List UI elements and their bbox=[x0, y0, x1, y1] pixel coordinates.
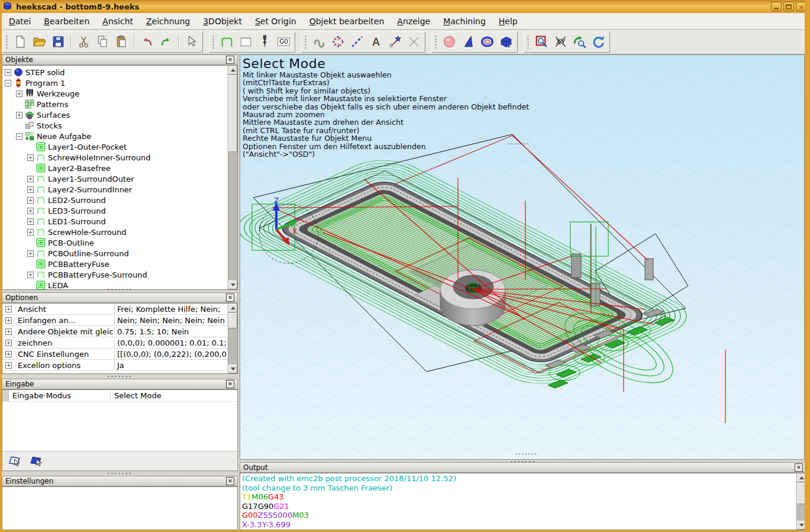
menu-item-help[interactable]: Help bbox=[492, 15, 524, 28]
menu-item-set-origin[interactable]: Set Origin bbox=[249, 15, 303, 28]
new-button[interactable] bbox=[11, 33, 29, 51]
toolbar-grip[interactable] bbox=[212, 34, 215, 50]
cross-button[interactable] bbox=[405, 33, 422, 51]
expand-icon[interactable]: + bbox=[27, 272, 34, 278]
menu-item-machining[interactable]: Machining bbox=[437, 15, 492, 28]
tree-item-layer1-surroundouter[interactable]: +Layer1-SurroundOuter bbox=[2, 173, 228, 184]
tree-item-layer2-basefree[interactable]: Layer2-Basefree bbox=[2, 163, 228, 173]
zoom-window-button[interactable] bbox=[533, 33, 550, 51]
open-button[interactable] bbox=[30, 33, 48, 51]
panel-eingabe-header[interactable]: Eingabe bbox=[2, 379, 238, 389]
option-value[interactable]: [[(0,0,0); (0,0,222); (0,200,0 bbox=[115, 350, 228, 359]
expand-icon[interactable]: + bbox=[27, 197, 34, 204]
expand-icon[interactable]: + bbox=[27, 154, 34, 161]
menu-item-ansicht[interactable]: Ansicht bbox=[96, 15, 140, 28]
collapse-icon[interactable]: − bbox=[16, 133, 22, 140]
menu-item-datei[interactable]: Datei bbox=[2, 15, 37, 28]
splitter-objekte-optionen[interactable] bbox=[2, 288, 238, 292]
rapid-g0-button[interactable]: G0 bbox=[275, 33, 292, 51]
expand-icon[interactable]: + bbox=[16, 91, 22, 97]
3d-viewport[interactable]: Z X Select Mode Mit linker Maustaste Obj… bbox=[240, 54, 805, 460]
input-mode-row[interactable]: Eingabe·Modus Select Mode bbox=[2, 390, 237, 402]
scroll-up-icon[interactable] bbox=[228, 304, 237, 312]
panel-output-close-icon[interactable] bbox=[795, 463, 803, 472]
option-row-cnc-einstellungen[interactable]: +CNC Einstellungen[[(0,0,0); (0,0,222); … bbox=[2, 349, 228, 360]
tree-item-werkzeuge[interactable]: +Werkzeuge bbox=[2, 88, 228, 99]
option-row-andere-objekte-mit-gleic[interactable]: +Andere Objekte mit gleic0.75; 1.5; 10; … bbox=[2, 326, 228, 337]
expand-icon[interactable]: + bbox=[5, 351, 12, 357]
menu-item-bearbeiten[interactable]: Bearbeiten bbox=[37, 15, 96, 28]
zoom-rotate-button[interactable] bbox=[570, 33, 588, 51]
expand-cell[interactable]: + bbox=[2, 317, 15, 324]
panel-optionen-header[interactable]: Optionen bbox=[2, 292, 238, 303]
profile-button[interactable] bbox=[218, 33, 235, 51]
title-bar[interactable]: heekscad - bottom8-9.heeks bbox=[0, 0, 810, 13]
option-row-einfangen-an[interactable]: +Einfangen an...Nein; Nein; Nein; Nein; … bbox=[2, 315, 228, 326]
collapse-icon[interactable]: − bbox=[5, 80, 11, 86]
pocket-button[interactable] bbox=[237, 33, 254, 51]
objekte-scrollbar[interactable] bbox=[228, 66, 237, 289]
expand-icon[interactable]: + bbox=[27, 176, 34, 182]
wand-button[interactable] bbox=[386, 33, 404, 51]
maximize-button[interactable] bbox=[783, 2, 794, 11]
expand-icon[interactable]: + bbox=[27, 208, 34, 214]
tree-item-screwhole-surround[interactable]: +ScrewHole-Surround bbox=[2, 227, 228, 237]
minimize-button[interactable] bbox=[771, 2, 782, 11]
expand-icon[interactable]: + bbox=[5, 328, 12, 335]
expand-icon[interactable]: + bbox=[5, 317, 12, 324]
menu-item-zeichnung[interactable]: Zeichnung bbox=[140, 15, 196, 28]
cone-button[interactable] bbox=[459, 33, 477, 51]
expand-icon[interactable]: + bbox=[5, 340, 12, 346]
save-button[interactable] bbox=[49, 33, 67, 51]
pattern-circular-button[interactable] bbox=[329, 33, 347, 51]
scroll-up-icon[interactable] bbox=[797, 473, 806, 482]
option-value[interactable]: (0,0,0); 0.000001; 0.01; 0.1; bbox=[115, 338, 228, 347]
expand-cell[interactable]: + bbox=[2, 306, 15, 312]
expand-cell[interactable]: + bbox=[2, 328, 15, 335]
tree-item-schrewholeinner-surround[interactable]: +SchrewHoleInner-Surround bbox=[2, 152, 228, 163]
drill-button[interactable] bbox=[256, 33, 273, 51]
gcode-output[interactable]: (Created with emc2b post processor 2018/… bbox=[240, 473, 796, 530]
copy-button[interactable] bbox=[93, 33, 111, 51]
sketch-curve-button[interactable] bbox=[310, 33, 328, 51]
expand-icon[interactable]: + bbox=[27, 229, 34, 236]
block-button[interactable] bbox=[497, 33, 515, 51]
expand-icon[interactable]: + bbox=[27, 186, 34, 193]
tree-item-pcbbatteryfuse[interactable]: PCBBatteryFuse bbox=[2, 259, 228, 269]
expand-icon[interactable]: + bbox=[27, 250, 34, 257]
expand-icon[interactable]: + bbox=[5, 362, 12, 369]
pick-button[interactable] bbox=[7, 453, 23, 469]
expand-icon[interactable]: + bbox=[27, 218, 34, 225]
panel-optionen-close-icon[interactable] bbox=[226, 294, 234, 302]
scroll-up-icon[interactable] bbox=[228, 66, 237, 75]
option-row-ansicht[interactable]: +AnsichtFrei; Komplette Hilfe; Nein; bbox=[2, 304, 228, 315]
menu-item-3dobjekt[interactable]: 3DObjekt bbox=[196, 15, 249, 28]
undo-button[interactable] bbox=[138, 33, 156, 51]
sketch-line-button[interactable] bbox=[348, 33, 366, 51]
option-value[interactable]: Ja bbox=[115, 361, 228, 370]
tree-item-surfaces[interactable]: +Surfaces bbox=[2, 109, 228, 120]
sphere-button[interactable] bbox=[440, 33, 458, 51]
expand-icon[interactable]: + bbox=[16, 112, 22, 118]
toolbar-grip[interactable] bbox=[527, 34, 530, 50]
expand-icon[interactable]: + bbox=[5, 306, 12, 312]
expand-cell[interactable]: + bbox=[2, 362, 15, 369]
option-row-excellon-options[interactable]: +Excellon optionsJa bbox=[2, 360, 228, 371]
scroll-down-icon[interactable] bbox=[797, 521, 806, 530]
paste-button[interactable] bbox=[112, 33, 130, 51]
redraw-button[interactable] bbox=[589, 33, 607, 51]
torus-button[interactable] bbox=[478, 33, 496, 51]
optionen-scrollbar[interactable] bbox=[228, 304, 237, 373]
scroll-thumb[interactable] bbox=[228, 75, 237, 152]
tree-item-program-1[interactable]: −Program 1 bbox=[2, 78, 228, 88]
panel-einstellungen-header[interactable]: Einstellungen bbox=[2, 476, 238, 486]
menu-item-objekt-bearbeiten[interactable]: Objekt bearbeiten bbox=[303, 15, 391, 28]
tree-item-led2-surround[interactable]: +LED2-Surround bbox=[2, 195, 228, 205]
tree-item-layer1-outer-pocket[interactable]: Layer1-Outer-Pocket bbox=[2, 141, 228, 152]
cut-button[interactable] bbox=[75, 33, 92, 51]
option-value[interactable]: Frei; Komplette Hilfe; Nein; bbox=[115, 305, 228, 314]
tree-item-led3-surround[interactable]: +LED3-Surround bbox=[2, 205, 228, 216]
scroll-thumb[interactable] bbox=[228, 313, 237, 328]
scroll-thumb[interactable] bbox=[797, 483, 806, 504]
option-value[interactable]: 0.75; 1.5; 10; Nein bbox=[115, 327, 228, 336]
